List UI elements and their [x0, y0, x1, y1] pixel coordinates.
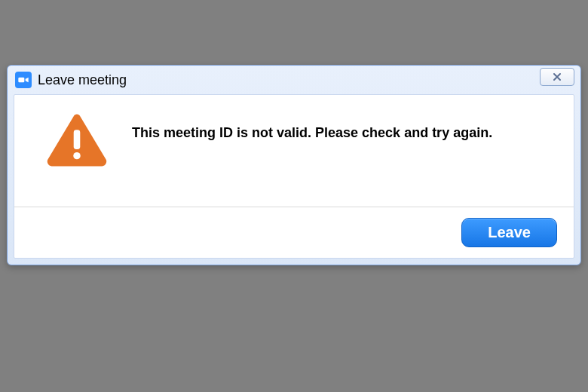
leave-meeting-dialog: Leave meeting This meeting ID is not val…	[7, 65, 581, 265]
close-icon	[552, 72, 562, 81]
camera-icon	[17, 74, 29, 86]
dialog-title: Leave meeting	[38, 72, 576, 88]
svg-point-2	[73, 152, 80, 159]
close-button[interactable]	[540, 68, 574, 86]
dialog-titlebar: Leave meeting	[8, 66, 580, 94]
app-icon	[15, 72, 32, 88]
svg-rect-0	[18, 78, 24, 83]
leave-button[interactable]: Leave	[461, 218, 557, 247]
warning-icon	[44, 112, 109, 169]
error-message: This meeting ID is not valid. Please che…	[132, 112, 492, 141]
svg-rect-1	[74, 130, 81, 149]
dialog-footer: Leave	[14, 207, 574, 258]
message-area: This meeting ID is not valid. Please che…	[14, 95, 574, 207]
dialog-content: This meeting ID is not valid. Please che…	[14, 94, 574, 259]
